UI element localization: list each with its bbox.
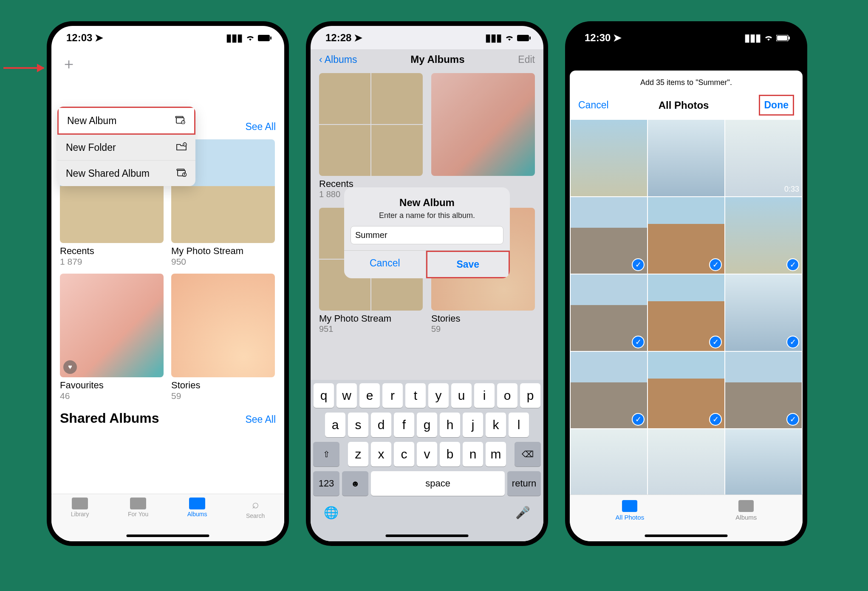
see-all-button[interactable]: See All — [245, 121, 276, 133]
key-l[interactable]: l — [509, 413, 529, 437]
album-thumbnail — [171, 274, 275, 377]
globe-key[interactable]: 🌐 — [324, 506, 339, 520]
key-g[interactable]: g — [417, 413, 437, 437]
key-y[interactable]: y — [428, 383, 449, 408]
key-x[interactable]: x — [371, 442, 391, 467]
save-button[interactable]: Save — [426, 251, 510, 278]
key-c[interactable]: c — [394, 442, 414, 467]
alert-title: New Album — [344, 187, 510, 211]
menu-new-album[interactable]: New Album + — [57, 107, 195, 135]
photo-cell[interactable]: ✓ — [571, 352, 647, 428]
location-icon: ➤ — [354, 32, 362, 44]
album-name-input[interactable] — [351, 226, 503, 244]
photo-cell[interactable] — [648, 429, 724, 506]
album-stories[interactable]: Stories 59 — [171, 274, 276, 401]
menu-new-shared-album[interactable]: New Shared Album — [57, 161, 195, 186]
edit-button[interactable]: Edit — [518, 54, 535, 65]
add-context-menu: New Album + New Folder + New Shared Albu… — [57, 107, 195, 186]
return-key[interactable]: return — [507, 471, 541, 496]
album-card[interactable] — [431, 73, 535, 199]
key-s[interactable]: s — [348, 413, 368, 437]
backspace-key[interactable]: ⌫ — [515, 442, 541, 467]
see-all-button[interactable]: See All — [245, 414, 276, 425]
photo-cell[interactable] — [648, 120, 724, 196]
home-indicator[interactable] — [127, 534, 209, 537]
picker-sheet: Add 35 items to "Summer". Cancel All Pho… — [570, 71, 803, 541]
key-w[interactable]: w — [336, 383, 357, 408]
photo-cell[interactable]: ✓ — [648, 274, 724, 351]
svg-rect-9 — [177, 169, 184, 170]
phone-3-photo-picker: 12:30 ➤ ▮▮▮ Add 35 items to "Summer". Ca… — [565, 21, 807, 546]
album-thumbnail — [431, 73, 535, 176]
svg-point-11 — [184, 173, 185, 175]
photo-thumbnail — [571, 429, 647, 506]
photo-cell[interactable]: ✓ — [725, 274, 802, 351]
key-a[interactable]: a — [325, 413, 345, 437]
add-button[interactable]: ＋ — [60, 54, 276, 74]
photo-cell[interactable] — [571, 429, 647, 506]
space-key[interactable]: space — [371, 471, 505, 496]
shift-key[interactable]: ⇧ — [313, 442, 339, 467]
done-button[interactable]: Done — [759, 95, 794, 116]
album-thumbnail — [319, 73, 423, 176]
key-b[interactable]: b — [440, 442, 460, 467]
key-n[interactable]: n — [463, 442, 483, 467]
key-r[interactable]: r — [382, 383, 403, 408]
tab-library[interactable]: Library — [71, 498, 89, 541]
cancel-button[interactable]: Cancel — [578, 99, 609, 111]
key-h[interactable]: h — [440, 413, 460, 437]
menu-new-folder[interactable]: New Folder + — [57, 135, 195, 161]
key-q[interactable]: q — [314, 383, 334, 408]
photo-cell[interactable]: ✓ — [571, 197, 647, 274]
wifi-icon — [763, 32, 774, 44]
menu-label: New Album — [67, 115, 116, 127]
key-k[interactable]: k — [486, 413, 506, 437]
numbers-key[interactable]: 123 — [313, 471, 339, 496]
location-icon: ➤ — [613, 32, 622, 44]
dictation-key[interactable]: 🎤 — [515, 506, 530, 520]
key-m[interactable]: m — [486, 442, 506, 467]
album-count: 951 — [319, 324, 423, 334]
photo-cell[interactable]: ✓ — [648, 352, 724, 428]
keyboard: qwertyuiop asdfghjkl ⇧ zxcvbnm ⌫ 123 ☻ s… — [311, 380, 543, 541]
signal-icon: ▮▮▮ — [226, 32, 243, 44]
key-f[interactable]: f — [394, 413, 414, 437]
photo-cell[interactable] — [571, 120, 647, 196]
photo-cell[interactable]: ✓ — [725, 352, 802, 428]
album-stack-icon: + — [175, 115, 186, 127]
home-indicator[interactable] — [386, 534, 469, 537]
key-o[interactable]: o — [497, 383, 517, 408]
photo-cell[interactable]: 0:33 — [725, 120, 802, 196]
key-p[interactable]: p — [520, 383, 540, 408]
cancel-button[interactable]: Cancel — [344, 251, 426, 278]
key-z[interactable]: z — [348, 442, 368, 467]
album-thumbnail: ♥ — [60, 274, 164, 377]
key-d[interactable]: d — [371, 413, 391, 437]
status-time: 12:28 — [325, 32, 351, 44]
selected-check-icon: ✓ — [786, 258, 799, 271]
tab-all-photos[interactable]: All Photos — [616, 500, 645, 541]
key-e[interactable]: e — [359, 383, 380, 408]
key-i[interactable]: i — [474, 383, 495, 408]
emoji-key[interactable]: ☻ — [342, 471, 368, 496]
selected-check-icon: ✓ — [632, 413, 645, 426]
key-u[interactable]: u — [451, 383, 472, 408]
key-t[interactable]: t — [405, 383, 426, 408]
tab-albums[interactable]: Albums — [735, 500, 757, 541]
photo-cell[interactable]: ✓ — [725, 197, 802, 274]
svg-rect-1 — [270, 37, 271, 40]
back-button[interactable]: ‹ Albums — [319, 54, 357, 65]
alert-subtitle: Enter a name for this album. — [344, 211, 510, 226]
tab-search[interactable]: ⌕ Search — [246, 498, 265, 541]
selected-check-icon: ✓ — [632, 336, 645, 348]
photo-cell[interactable]: ✓ — [648, 197, 724, 274]
home-indicator[interactable] — [645, 534, 728, 537]
album-favourites[interactable]: ♥ Favourites 46 — [60, 274, 164, 401]
battery-icon — [517, 32, 531, 44]
album-recents[interactable]: Recents 1 880 — [319, 73, 423, 199]
photo-cell[interactable] — [725, 429, 802, 506]
wifi-icon — [245, 32, 255, 44]
photo-cell[interactable]: ✓ — [571, 274, 647, 351]
key-j[interactable]: j — [463, 413, 483, 437]
key-v[interactable]: v — [417, 442, 437, 467]
